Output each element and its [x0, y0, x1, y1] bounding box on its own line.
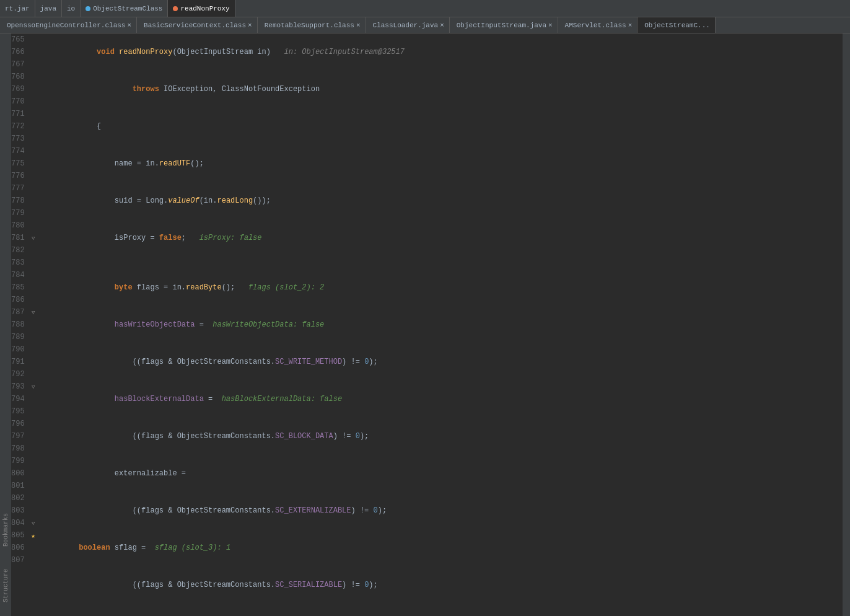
gi-804[interactable]: ▽: [28, 517, 38, 529]
close-icon[interactable]: ×: [628, 22, 633, 29]
gi-780: [28, 219, 38, 232]
code-line-774: ((flags & ObjectStreamConstants.SC_WRITE…: [43, 343, 843, 381]
rtjar-label: rt.jar: [5, 5, 30, 12]
code-line-781: if (externalizable && sflag) {: [43, 604, 843, 616]
ln-798: 798: [11, 442, 28, 455]
file-tab-label: ObjectInputStream.java: [457, 22, 546, 29]
code-view[interactable]: void readNonProxy(ObjectInputStream in) …: [38, 33, 843, 616]
tab-basicservice[interactable]: BasicServiceContext.class ×: [137, 17, 258, 33]
ln-789: 789: [11, 331, 28, 343]
ln-770: 770: [11, 95, 28, 108]
ln-776: 776: [11, 170, 28, 182]
file-tabs: OpenssoEngineController.class × BasicSer…: [0, 17, 850, 33]
code-line-766: throws IOException, ClassNotFoundExcepti…: [43, 71, 843, 108]
readnonproxy-label: readNonProxy: [180, 5, 229, 12]
tab-opensso[interactable]: OpenssoEngineController.class ×: [0, 17, 137, 33]
close-icon[interactable]: ×: [356, 22, 361, 29]
gi-781[interactable]: ▽: [28, 232, 38, 244]
gi-775: [28, 157, 38, 170]
gi-792: [28, 368, 38, 381]
gi-785: [28, 281, 38, 294]
ln-795: 795: [11, 405, 28, 418]
main-layout: Bookmarks Structure 765 766 767 768 769 …: [0, 33, 850, 616]
fold-icon[interactable]: ▽: [32, 520, 35, 527]
close-icon[interactable]: ×: [440, 22, 444, 29]
code-line-778: ((flags & ObjectStreamConstants.SC_EXTER…: [43, 492, 843, 529]
ln-785: 785: [11, 281, 28, 294]
scrollbar[interactable]: [843, 33, 850, 616]
gi-767: [28, 58, 38, 71]
tab-amservlet[interactable]: AMServlet.class ×: [558, 17, 638, 33]
ln-805: 805: [11, 529, 28, 542]
close-icon[interactable]: ×: [548, 22, 553, 29]
tab-java[interactable]: java: [35, 0, 62, 17]
tab-objectstreamclass[interactable]: ObjectStreamClass: [81, 0, 168, 17]
fold-icon[interactable]: ▽: [32, 235, 35, 242]
ln-784: 784: [11, 269, 28, 281]
ln-768: 768: [11, 71, 28, 83]
ln-790: 790: [11, 343, 28, 356]
gi-798: [28, 442, 38, 455]
gi-794: [28, 393, 38, 405]
gi-807: [28, 554, 38, 566]
gi-768: [28, 71, 38, 83]
ln-765: 765: [11, 33, 28, 46]
tab-remotable[interactable]: RemotableSupport.class ×: [258, 17, 366, 33]
fold-icon[interactable]: ▽: [32, 309, 35, 316]
gi-783: [28, 257, 38, 269]
ln-773: 773: [11, 133, 28, 145]
close-icon[interactable]: ×: [248, 22, 252, 29]
gi-800: [28, 467, 38, 480]
fold-icon[interactable]: ▽: [32, 384, 35, 390]
ln-788: 788: [11, 319, 28, 331]
gi-766: [28, 46, 38, 58]
tab-classloader[interactable]: ClassLoader.java ×: [366, 17, 450, 33]
gi-793[interactable]: ▽: [28, 381, 38, 393]
gi-789: [28, 331, 38, 343]
ln-799: 799: [11, 455, 28, 467]
ln-807: 807: [11, 554, 28, 566]
ln-801: 801: [11, 480, 28, 492]
gi-801: [28, 480, 38, 492]
ln-791: 791: [11, 356, 28, 368]
dot-icon: [85, 6, 90, 11]
gi-787[interactable]: ▽: [28, 306, 38, 319]
tab-io[interactable]: io: [62, 0, 81, 17]
code-line-772: byte flags = in.readByte(); flags (slot_…: [43, 269, 843, 306]
ln-792: 792: [11, 368, 28, 381]
gi-778: [28, 195, 38, 207]
code-line-765: void readNonProxy(ObjectInputStream in) …: [43, 33, 843, 71]
ln-803: 803: [11, 504, 28, 517]
breadcrumb-tabs: rt.jar java io ObjectStreamClass readNon…: [0, 0, 850, 17]
tab-rtjar[interactable]: rt.jar: [0, 0, 35, 17]
code-line-776: ((flags & ObjectStreamConstants.SC_BLOCK…: [43, 418, 843, 455]
code-line-771: [43, 257, 843, 269]
gi-790: [28, 343, 38, 356]
file-tab-label: ObjectStreamC...: [644, 22, 710, 29]
code-line-777: externalizable =: [43, 455, 843, 492]
gi-772: [28, 120, 38, 133]
tab-readnonproxy[interactable]: readNonProxy: [168, 0, 235, 17]
tab-objectstream-active[interactable]: ObjectStreamC...: [638, 17, 716, 33]
gi-799: [28, 455, 38, 467]
ln-781: 781: [11, 232, 28, 244]
code-line-769: suid = Long.valueOf(in.readLong());: [43, 182, 843, 219]
gi-779: [28, 207, 38, 219]
close-icon[interactable]: ×: [127, 22, 131, 29]
gi-788: [28, 319, 38, 331]
gutter: ▽ ▽ ▽ ▽ ★: [28, 33, 38, 616]
gi-784: [28, 269, 38, 281]
ln-806: 806: [11, 542, 28, 554]
code-line-767: {: [43, 108, 843, 145]
tab-objectinputstream[interactable]: ObjectInputStream.java ×: [450, 17, 558, 33]
ln-767: 767: [11, 58, 28, 71]
code-line-779: boolean sflag = sflag (slot_3): 1: [43, 529, 843, 566]
file-tab-label: RemotableSupport.class: [265, 22, 354, 29]
ln-771: 771: [11, 108, 28, 120]
code-line-775: hasBlockExternalData = hasBlockExternalD…: [43, 381, 843, 418]
gi-769: [28, 83, 38, 95]
ln-794: 794: [11, 393, 28, 405]
ln-802: 802: [11, 492, 28, 504]
ln-793: 793: [11, 381, 28, 393]
file-tab-label: OpenssoEngineController.class: [7, 22, 125, 29]
